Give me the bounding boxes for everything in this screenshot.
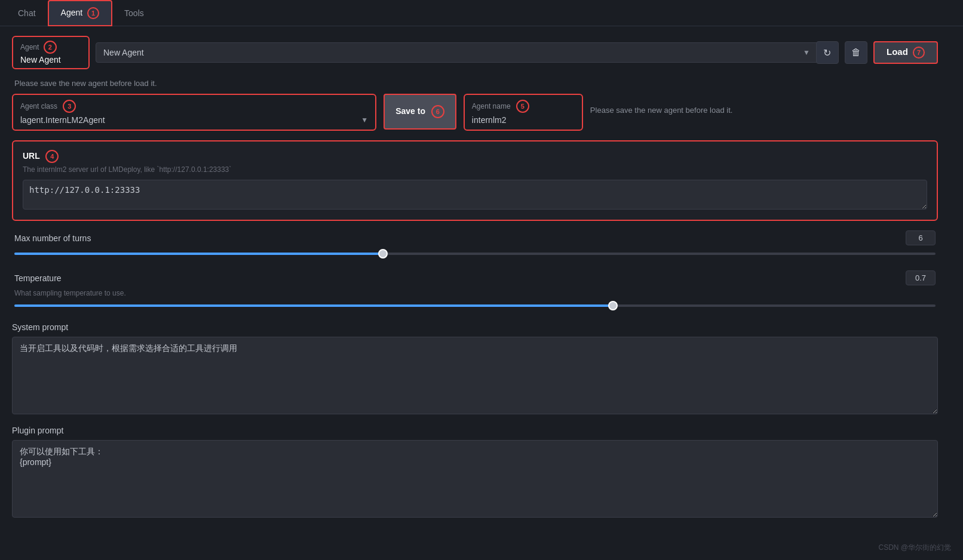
delete-button[interactable]: 🗑	[845, 41, 867, 64]
plugin-prompt-section: Plugin prompt	[12, 426, 938, 519]
temperature-slider-wrap	[14, 301, 936, 310]
temperature-sublabel: What sampling temperature to use.	[14, 289, 936, 297]
agent-class-dropdown-wrap: lagent.InternLM2Agent ▼	[20, 115, 368, 125]
agent-dropdown-wrapper: New Agent ▼	[96, 42, 810, 63]
agent-name-box: Agent name 5	[464, 94, 583, 131]
max-turns-value: 6	[906, 230, 936, 245]
max-turns-thumb[interactable]	[378, 249, 388, 259]
config-row: Agent class 3 lagent.InternLM2Agent ▼ Sa…	[12, 94, 938, 131]
agent-dropdown[interactable]: New Agent	[96, 42, 820, 63]
plugin-prompt-label: Plugin prompt	[12, 426, 938, 435]
temperature-row: Temperature 0.7	[14, 270, 936, 285]
temperature-section: Temperature 0.7 What sampling temperatur…	[12, 270, 938, 310]
badge-3: 3	[63, 100, 76, 113]
system-prompt-section: System prompt	[12, 322, 938, 416]
load-badge-7: 7	[913, 47, 925, 59]
max-turns-fill	[14, 253, 383, 255]
tab-agent[interactable]: Agent 1	[48, 0, 112, 26]
watermark: CSDN @华尔街的幻觉	[878, 543, 951, 553]
badge-4: 4	[45, 150, 59, 163]
temperature-label: Temperature	[14, 273, 62, 283]
agent-class-label: Agent class 3	[20, 100, 368, 113]
agent-box: Agent 2 New Agent	[12, 36, 90, 69]
url-title: URL 4	[23, 150, 927, 163]
tab-bar: Chat Agent 1 Tools	[0, 0, 963, 26]
agent-class-box: Agent class 3 lagent.InternLM2Agent ▼	[12, 94, 376, 131]
max-turns-section: Max number of turns 6	[12, 230, 938, 259]
refresh-button[interactable]: ↻	[816, 41, 839, 64]
agent-name-input[interactable]	[472, 115, 575, 125]
agent-box-label: Agent 2	[20, 41, 81, 54]
max-turns-label: Max number of turns	[14, 233, 91, 243]
main-scroll: Agent 2 New Agent New Agent ▼ ↻ 🗑 Load 7…	[0, 26, 963, 539]
max-turns-track	[14, 253, 936, 255]
plugin-prompt-input[interactable]	[12, 440, 938, 518]
max-turns-slider-wrap	[14, 249, 936, 259]
save-to-button[interactable]: Save to 6	[384, 94, 456, 130]
tab-tools[interactable]: Tools	[112, 2, 156, 24]
agent-badge-2: 2	[44, 41, 57, 54]
tab-chat[interactable]: Chat	[6, 2, 48, 24]
url-section: URL 4 The internlm2 server url of LMDepl…	[12, 140, 938, 221]
main-content: Agent 2 New Agent New Agent ▼ ↻ 🗑 Load 7…	[0, 26, 950, 539]
agent-class-arrow-icon: ▼	[361, 116, 368, 124]
system-prompt-label: System prompt	[12, 322, 938, 332]
trash-icon: 🗑	[851, 47, 861, 58]
badge-6: 6	[431, 105, 444, 118]
badge-5: 5	[516, 100, 529, 113]
save-hint: Please save the new agent before load it…	[14, 79, 938, 88]
temperature-track	[14, 304, 936, 307]
refresh-icon: ↻	[823, 47, 831, 59]
url-hint: The internlm2 server url of LMDeploy, li…	[23, 165, 927, 174]
max-turns-row: Max number of turns 6	[14, 230, 936, 245]
agent-name-label: Agent name 5	[472, 100, 575, 113]
temperature-thumb[interactable]	[608, 301, 618, 310]
agent-class-select[interactable]: lagent.InternLM2Agent	[20, 115, 361, 125]
system-prompt-input[interactable]	[12, 337, 938, 414]
url-input[interactable]	[23, 180, 927, 210]
load-button[interactable]: Load 7	[873, 41, 938, 64]
temperature-value: 0.7	[906, 270, 936, 285]
agent-tab-badge: 1	[87, 7, 99, 19]
temperature-fill	[14, 304, 613, 307]
agent-selector-row: Agent 2 New Agent New Agent ▼ ↻ 🗑 Load 7	[12, 36, 938, 69]
save-hint-inline: Please save the new agent before load it…	[590, 94, 938, 115]
agent-box-value: New Agent	[20, 55, 81, 64]
